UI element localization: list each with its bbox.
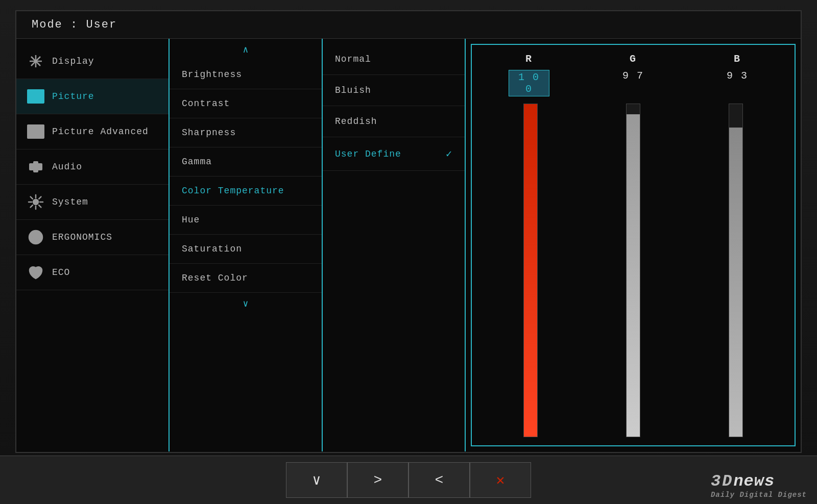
b-header: B <box>717 53 758 65</box>
g-slider-fill <box>627 114 640 437</box>
g-value: 9 7 <box>613 70 654 96</box>
nav-x-button[interactable]: ✕ <box>470 462 531 498</box>
r-header: R <box>509 53 549 65</box>
scroll-up-arrow[interactable]: ∧ <box>170 39 322 60</box>
b-slider-container[interactable] <box>687 104 784 437</box>
sidebar-label-audio: Audio <box>52 162 82 172</box>
sidebar-label-system: System <box>52 197 88 207</box>
g-header: G <box>613 53 654 65</box>
color-temp-user-define[interactable]: User Define ✓ <box>323 137 465 171</box>
sidebar: Display Picture <box>16 39 170 451</box>
watermark: 3Dnews Daily Digital Digest <box>711 472 807 499</box>
r-value[interactable]: 1 0 0 <box>509 70 549 96</box>
setting-contrast[interactable]: Contrast <box>170 89 322 118</box>
selected-checkmark: ✓ <box>446 147 452 160</box>
svg-rect-13 <box>38 164 42 170</box>
sidebar-label-picture: Picture <box>52 91 94 102</box>
b-slider-fill <box>729 128 742 437</box>
b-slider-track <box>729 104 743 437</box>
sidebar-label-picture-advanced: Picture Advanced <box>52 127 149 137</box>
svg-rect-12 <box>34 162 38 172</box>
rgb-panel: R G B 1 0 0 9 7 9 3 <box>471 44 796 446</box>
svg-point-8 <box>38 127 41 130</box>
rgb-values: 1 0 0 9 7 9 3 <box>477 70 789 96</box>
nav-right-button[interactable]: > <box>347 462 408 498</box>
sidebar-item-picture-advanced[interactable]: Picture Advanced <box>16 114 169 149</box>
svg-point-10 <box>42 125 44 127</box>
sidebar-item-system[interactable]: System <box>16 185 169 220</box>
settings-column: ∧ Brightness Contrast Sharpness Gamma Co… <box>170 39 323 451</box>
audio-icon <box>27 158 45 176</box>
watermark-tagline: Daily Digital Digest <box>711 491 807 499</box>
b-value: 9 3 <box>717 70 758 96</box>
watermark-3d: 3Dnews <box>711 472 807 491</box>
sidebar-item-picture[interactable]: Picture <box>16 79 169 114</box>
system-icon <box>27 193 45 211</box>
setting-reset-color[interactable]: Reset Color <box>170 264 322 293</box>
g-slider-track <box>626 104 640 437</box>
r-slider-container[interactable] <box>482 104 580 437</box>
svg-point-6 <box>38 92 41 95</box>
color-temp-bluish[interactable]: Bluish <box>323 75 465 106</box>
setting-sharpness[interactable]: Sharpness <box>170 118 322 147</box>
sidebar-item-display[interactable]: Display <box>16 44 169 79</box>
osd-panel: Mode : User <box>15 10 802 453</box>
setting-gamma[interactable]: Gamma <box>170 147 322 177</box>
svg-point-4 <box>34 60 37 63</box>
picture-icon <box>27 87 45 106</box>
setting-color-temperature[interactable]: Color Temperature <box>170 177 322 206</box>
rgb-headers: R G B <box>477 53 789 65</box>
sidebar-item-eco[interactable]: ECO <box>16 255 169 290</box>
main-content: Display Picture <box>16 39 801 451</box>
setting-saturation[interactable]: Saturation <box>170 235 322 264</box>
svg-rect-11 <box>30 164 34 170</box>
color-temp-column: Normal Bluish Reddish User Define ✓ <box>323 39 466 451</box>
svg-point-14 <box>33 199 38 205</box>
sidebar-label-display: Display <box>52 56 94 66</box>
sidebar-item-ergonomics[interactable]: ERGONOMICS <box>16 220 169 255</box>
picture-advanced-icon <box>27 122 45 141</box>
color-temp-reddish[interactable]: Reddish <box>323 106 465 137</box>
svg-point-16 <box>33 235 38 240</box>
outer-container: Mode : User <box>0 0 817 504</box>
r-slider-track <box>523 104 538 437</box>
color-temp-normal[interactable]: Normal <box>323 44 465 75</box>
scroll-down-arrow[interactable]: ∨ <box>170 293 322 314</box>
setting-hue[interactable]: Hue <box>170 206 322 235</box>
ergonomics-icon <box>27 228 45 246</box>
eco-icon <box>27 263 45 282</box>
nav-left-button[interactable]: < <box>408 462 470 498</box>
r-slider-fill <box>524 104 537 437</box>
nav-down-button[interactable]: ∨ <box>286 462 347 498</box>
sidebar-label-eco: ECO <box>52 267 70 278</box>
rgb-sliders <box>477 104 789 437</box>
sidebar-label-ergonomics: ERGONOMICS <box>52 232 112 242</box>
nav-buttons: ∨ > < ✕ <box>286 462 531 498</box>
nav-bar: ∨ > < ✕ <box>0 456 817 504</box>
sidebar-item-audio[interactable]: Audio <box>16 149 169 185</box>
setting-brightness[interactable]: Brightness <box>170 60 322 89</box>
g-slider-container[interactable] <box>585 104 682 437</box>
display-icon <box>27 52 45 70</box>
mode-label: Mode : User <box>32 18 117 31</box>
mode-bar: Mode : User <box>16 11 801 39</box>
